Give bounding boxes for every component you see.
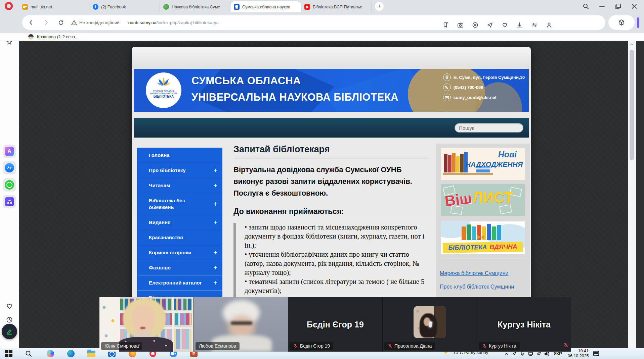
- forward-button[interactable]: [40, 17, 52, 28]
- site-navbar: [134, 118, 529, 138]
- menu-item-korysni-storinky[interactable]: Корисні сторінки+: [137, 245, 222, 260]
- bookmark-item[interactable]: Казанова (1-2 сезо...: [37, 34, 79, 39]
- downloads-icon[interactable]: [514, 20, 525, 30]
- extensions-panel-button[interactable]: [608, 15, 635, 30]
- banner-library-grateful[interactable]: БІБЛІОТЕКА ВДЯЧНА: [441, 221, 525, 254]
- participant-name-tag: Бєдін Єгор 19: [290, 342, 333, 350]
- list-item: • тематичні запити (список літератури за…: [245, 277, 429, 295]
- expand-plus-icon: +: [213, 264, 217, 271]
- banner-wishlist[interactable]: Віш ЛИСТ: [441, 184, 525, 216]
- windows-logo-icon: [5, 350, 12, 357]
- facebook-favicon-icon: f: [93, 4, 98, 10]
- notifications-icon[interactable]: [593, 350, 600, 357]
- menu-item-label: Головна: [149, 152, 170, 158]
- aria-ai-button[interactable]: A: [3, 145, 16, 158]
- menu-item-label: Видання: [149, 219, 171, 225]
- tab-naukova-biblioteka[interactable]: Наукова бібліотека Сумс: [160, 2, 230, 12]
- banner-new-arrivals[interactable]: Нові НАДХОДЖЕННЯ: [441, 148, 525, 180]
- player-button[interactable]: [3, 195, 16, 208]
- menu-item-fakhivtsiu[interactable]: Фахівцю+: [137, 260, 222, 275]
- whatsapp-button[interactable]: [3, 178, 16, 192]
- opera-menu-button[interactable]: [5, 2, 13, 11]
- copilot-button[interactable]: [46, 349, 55, 358]
- bookmark-page-icon[interactable]: [440, 20, 451, 30]
- title-divider: [233, 158, 429, 158]
- scroll-up-icon[interactable]: [630, 42, 634, 48]
- logo-text: УНІВЕРСАЛЬНА НАУКОВА: [150, 92, 177, 95]
- close-button[interactable]: [631, 3, 638, 10]
- banner-text: Нові: [498, 150, 517, 159]
- list-item: • уточнення бібліографічних даних про кн…: [245, 250, 429, 277]
- site-search-input[interactable]: [455, 123, 523, 133]
- scrollbar-thumb[interactable]: [630, 50, 634, 160]
- intro-line: Послуга є безкоштовною.: [233, 187, 429, 199]
- link-pres-klub[interactable]: Прес-клуб бібліотек Сумщини: [440, 284, 514, 290]
- book-stack-illustration: [476, 169, 490, 172]
- file-explorer-button[interactable]: [87, 349, 96, 358]
- copilot-icon: [47, 350, 54, 357]
- library-logo[interactable]: СУМСЬКА ОБЛАСНА УНІВЕРСАЛЬНА НАУКОВА БІБ…: [146, 72, 181, 108]
- edge-button[interactable]: [67, 349, 75, 358]
- menu-item-vydannia[interactable]: Видання+: [137, 215, 222, 230]
- site-title: СУМСЬКА ОБЛАСНА УНІВЕРСАЛЬНА НАУКОВА БІБ…: [191, 75, 398, 103]
- easy-setup-tune-icon[interactable]: [529, 20, 540, 30]
- participant-tile-kurhuz[interactable]: Кургуз Нікіта Кургуз Нікіта: [477, 297, 571, 352]
- address-bar[interactable]: Не конфіденційний ounb.sumy.ua/index.php…: [22, 15, 605, 30]
- tab-label: mail.ukr.net: [31, 5, 52, 9]
- send-to-flow-icon[interactable]: [485, 20, 495, 30]
- restore-button[interactable]: [614, 3, 622, 10]
- minimize-button[interactable]: [598, 3, 606, 10]
- bookmarks-bar: Казанова (1-2 сезо...: [0, 33, 644, 41]
- likes-heart-icon[interactable]: [6, 302, 13, 311]
- reload-button[interactable]: [55, 17, 67, 28]
- banner-text: Віш: [444, 190, 473, 209]
- menu-item-katalog[interactable]: Електронний каталог+: [137, 275, 222, 291]
- messenger-button[interactable]: [3, 161, 16, 174]
- aria-icon: A: [5, 147, 14, 156]
- menu-item-label: Краєзнавство: [149, 235, 183, 240]
- tab-facebook[interactable]: f (2) Facebook: [89, 2, 160, 12]
- tab-label: Наукова бібліотека Сумс: [172, 5, 220, 9]
- start-button[interactable]: [4, 349, 13, 358]
- snapshot-camera-icon[interactable]: [455, 20, 466, 30]
- participant-tile-liubov[interactable]: Любов Есманова: [194, 297, 288, 352]
- participant-tile-biedin[interactable]: Бєдін Єгор 19 Бєдін Єгор 19: [288, 297, 382, 352]
- menu-item-label: Електронний каталог: [149, 280, 202, 286]
- link-merezha-bibliotek[interactable]: Мережа бібліотек Сумщини: [440, 270, 508, 276]
- opera-logo-icon: [5, 2, 13, 10]
- history-clock-icon[interactable]: [6, 316, 13, 324]
- page-title: Запитай бібліотекаря: [233, 144, 429, 155]
- browser-tab-strip: mail.ukr.net f (2) Facebook Наукова бібл…: [0, 0, 644, 12]
- mic-muted-icon: [293, 344, 298, 348]
- books-illustration: [444, 152, 468, 172]
- taskbar-search-button[interactable]: [24, 349, 33, 358]
- tab-biblioteka-vsp[interactable]: Бібліотека ВСП Путивльс: [301, 2, 372, 12]
- menu-item-kraieznavstvo[interactable]: Краєзнавство: [137, 230, 222, 245]
- back-button[interactable]: [26, 17, 37, 28]
- tab-sumska-oblasna-active[interactable]: Сумська обласна науков: [230, 1, 301, 12]
- url-text[interactable]: ounb.sumy.ua/index.php/zapitaj-bibliotek…: [128, 20, 219, 25]
- menu-item-chytacham[interactable]: Читачам+: [137, 178, 222, 193]
- site-security-chip[interactable]: Не конфіденційний: [71, 20, 120, 25]
- language-indicator[interactable]: УКР: [554, 351, 562, 356]
- page-scrollbar[interactable]: [628, 41, 636, 348]
- menu-item-holovna[interactable]: Головна: [137, 148, 222, 163]
- expand-plus-icon: +: [213, 167, 217, 174]
- participant-tile-yuliia[interactable]: Юлія Смирнова: [99, 297, 194, 352]
- profile-icon[interactable]: [544, 20, 554, 30]
- aside-divider: [439, 259, 526, 259]
- annotate-pencil-button[interactable]: [2, 324, 17, 339]
- tracker-blocker-icon[interactable]: [470, 20, 480, 30]
- participant-tile-prasolova[interactable]: Прасолова Діана: [382, 297, 477, 352]
- date-text: 06.10.2025: [568, 354, 589, 359]
- favorites-heart-icon[interactable]: [500, 20, 510, 30]
- menu-item-bez-obmezhen[interactable]: Бібліотека без обмежень+: [137, 193, 222, 215]
- new-tab-button[interactable]: +: [375, 2, 384, 11]
- menu-item-pro-biblioteku[interactable]: Про бібліотеку+: [137, 163, 222, 178]
- phone-icon: [443, 84, 451, 91]
- tab-search-icon[interactable]: [582, 3, 590, 10]
- menu-item-label: Корисні сторінки: [149, 250, 191, 255]
- contact-email-text: sumy_ounb@ukr.net: [454, 95, 497, 100]
- tab-mail-ukr-net[interactable]: mail.ukr.net: [19, 2, 89, 12]
- logo-text: СУМСЬКА ОБЛАСНА: [153, 90, 174, 92]
